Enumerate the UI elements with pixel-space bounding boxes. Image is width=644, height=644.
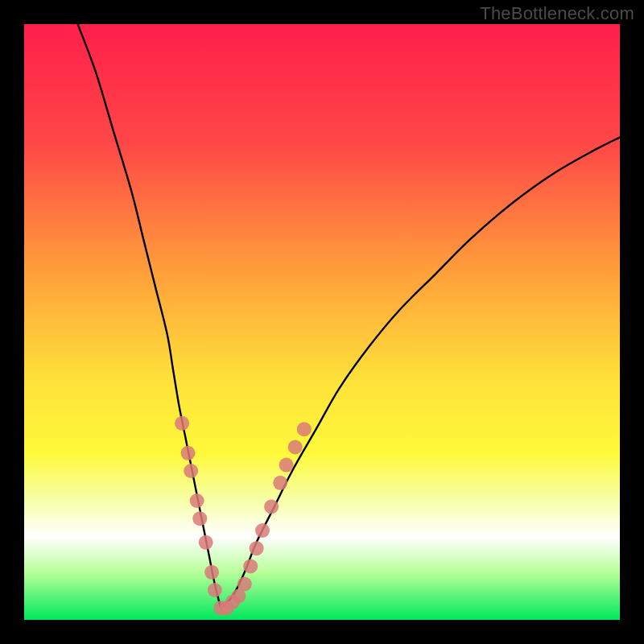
marker-dot [192,511,207,526]
marker-dot [279,458,294,473]
curve-right-branch [221,138,620,609]
marker-dot [181,446,196,460]
marker-dot [199,535,213,550]
marker-dot [243,559,258,573]
marker-dot [264,499,279,514]
marker-dot [190,493,204,508]
marker-dot [297,422,312,436]
marker-dot [273,476,287,490]
marker-dot [175,416,189,431]
marker-dot [237,577,252,592]
marker-dot [208,583,222,597]
plot-area [24,24,620,620]
watermark-text: TheBottleneck.com [480,3,634,24]
marker-dot [204,565,219,580]
outer-frame: TheBottleneck.com [0,0,644,644]
marker-dot [288,440,303,454]
marker-dot [255,523,270,538]
chart-curves [24,24,620,620]
marker-dot [184,464,198,478]
marker-dot [250,541,264,555]
highlight-markers [175,416,312,615]
